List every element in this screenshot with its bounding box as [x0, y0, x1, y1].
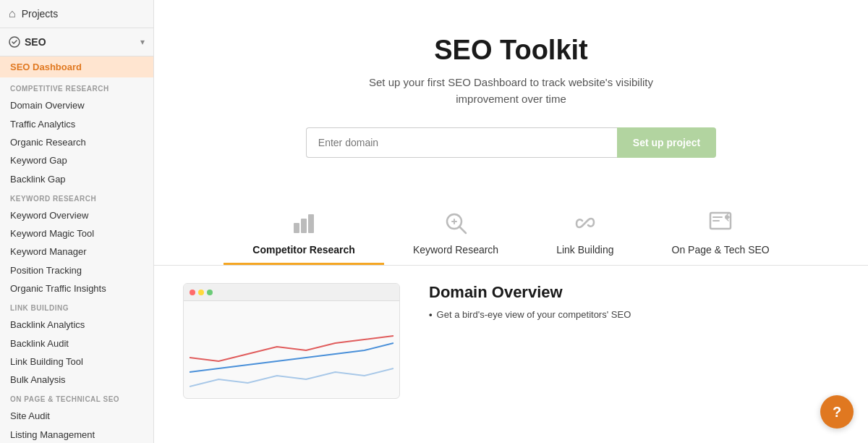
chart-header — [184, 284, 399, 301]
page-title: SEO Toolkit — [183, 35, 839, 66]
tab-competitor-research[interactable]: Competitor Research — [224, 201, 384, 265]
main-content: SEO Toolkit Set up your first SEO Dashbo… — [154, 0, 868, 443]
domain-input[interactable] — [306, 127, 617, 158]
competitor-research-icon — [291, 210, 317, 240]
chart-dot-green — [207, 290, 213, 295]
sidebar-item-link-building-tool[interactable]: Link Building Tool — [0, 352, 153, 370]
sidebar-item-organic-traffic-insights[interactable]: Organic Traffic Insights — [0, 279, 153, 297]
domain-overview-text: Domain Overview Get a bird's-eye view of… — [429, 283, 839, 324]
sidebar-item-position-tracking[interactable]: Position Tracking — [0, 261, 153, 279]
domain-overview-list: Get a bird's-eye view of your competitor… — [429, 309, 839, 320]
setup-project-button[interactable]: Set up project — [617, 127, 716, 158]
on-page-tech-seo-icon — [707, 210, 733, 240]
svg-rect-1 — [294, 223, 299, 233]
hero-section: SEO Toolkit Set up your first SEO Dashbo… — [154, 0, 868, 201]
sidebar-item-backlink-audit[interactable]: Backlink Audit — [0, 334, 153, 352]
bottom-section: Domain Overview Get a bird's-eye view of… — [154, 266, 868, 416]
projects-label: Projects — [22, 8, 59, 20]
home-icon: ⌂ — [9, 7, 16, 20]
seo-nav-item[interactable]: SEO ▾ — [0, 28, 153, 56]
svg-line-5 — [459, 227, 466, 233]
sidebar-item-keyword-manager[interactable]: Keyword Manager — [0, 242, 153, 260]
chart-dot-yellow — [198, 290, 204, 295]
seo-icon — [9, 36, 20, 48]
sidebar-item-site-audit[interactable]: Site Audit — [0, 406, 153, 424]
svg-rect-3 — [308, 214, 314, 233]
tab-keyword-research-label: Keyword Research — [413, 244, 498, 256]
domain-overview-title: Domain Overview — [429, 283, 839, 302]
sidebar-item-keyword-gap[interactable]: Keyword Gap — [0, 151, 153, 169]
chevron-down-icon: ▾ — [140, 37, 145, 47]
tab-competitor-research-label: Competitor Research — [252, 244, 355, 256]
section-title-on-page-technical-seo: On Page & Technical SEO — [0, 388, 153, 406]
seo-label: SEO — [9, 36, 46, 48]
chart-preview — [183, 283, 400, 399]
tab-link-building-label: Link Building — [556, 244, 613, 256]
sidebar-item-keyword-magic-tool[interactable]: Keyword Magic Tool — [0, 224, 153, 242]
hero-subtitle: Set up your first SEO Dashboard to track… — [183, 75, 839, 107]
domain-input-row: Set up project — [183, 127, 839, 158]
tabs-section: Competitor Research Keyword Research — [154, 201, 868, 266]
sidebar: ⌂ Projects SEO ▾ SEO Dashboard Competiti… — [0, 0, 154, 443]
chart-dot-red — [190, 290, 195, 295]
projects-nav[interactable]: ⌂ Projects — [0, 0, 153, 28]
svg-point-12 — [725, 215, 729, 219]
sidebar-item-keyword-overview[interactable]: Keyword Overview — [0, 206, 153, 224]
sidebar-item-seo-dashboard[interactable]: SEO Dashboard — [0, 56, 153, 77]
section-title-competitive-research: Competitive Research — [0, 77, 153, 96]
domain-overview-bullet-1: Get a bird's-eye view of your competitor… — [429, 309, 839, 320]
sidebar-item-listing-management[interactable]: Listing Management — [0, 425, 153, 443]
sidebar-item-organic-research[interactable]: Organic Research — [0, 132, 153, 151]
sidebar-item-backlink-gap[interactable]: Backlink Gap — [0, 169, 153, 187]
tab-on-page-tech-seo-label: On Page & Tech SEO — [672, 244, 770, 256]
sidebar-item-bulk-analysis[interactable]: Bulk Analysis — [0, 370, 153, 388]
svg-rect-2 — [301, 219, 307, 233]
sidebar-item-domain-overview[interactable]: Domain Overview — [0, 96, 153, 114]
section-title-keyword-research: Keyword Research — [0, 187, 153, 206]
sidebar-item-backlink-analytics[interactable]: Backlink Analytics — [0, 315, 153, 333]
chart-body — [184, 301, 399, 399]
link-building-icon — [572, 210, 598, 240]
section-title-link-building: Link Building — [0, 297, 153, 315]
sidebar-item-traffic-analytics[interactable]: Traffic Analytics — [0, 114, 153, 132]
tab-link-building[interactable]: Link Building — [527, 201, 642, 265]
tab-keyword-research[interactable]: Keyword Research — [384, 201, 527, 265]
tab-on-page-tech-seo[interactable]: On Page & Tech SEO — [643, 201, 799, 265]
keyword-research-icon — [443, 210, 469, 240]
help-button[interactable]: ? — [820, 395, 854, 429]
